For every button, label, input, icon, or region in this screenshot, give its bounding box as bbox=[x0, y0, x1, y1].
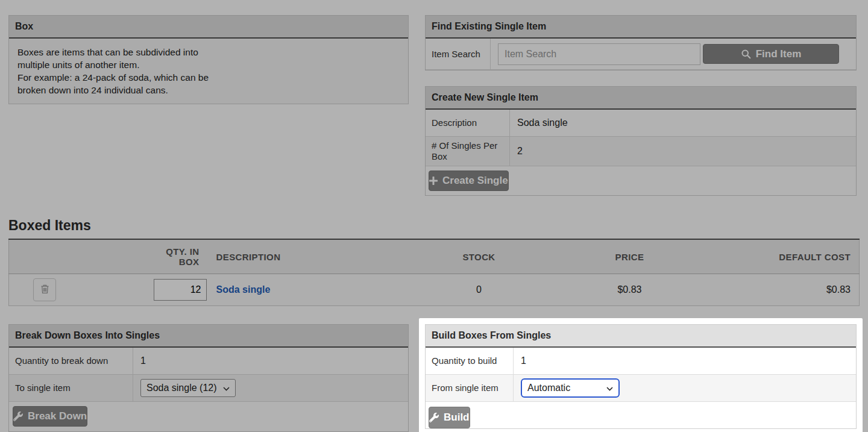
default-cost-column-header: DEFAULT COST bbox=[690, 239, 860, 274]
box-description-line: broken down into 24 individual cans. bbox=[17, 84, 400, 96]
quantity-to-build-field[interactable]: 1 bbox=[514, 348, 856, 374]
single-item-column: Find Existing Single Item Item Search Fi… bbox=[425, 15, 857, 196]
box-description-line: multiple units of another item. bbox=[17, 58, 400, 71]
build-button[interactable]: Build bbox=[429, 407, 470, 428]
find-existing-single-item-panel: Find Existing Single Item Item Search Fi… bbox=[425, 15, 857, 70]
box-description-line: Boxes are items that can be subdivided i… bbox=[17, 46, 400, 58]
break-down-button-label: Break Down bbox=[28, 410, 87, 422]
stock-column-header: STOCK bbox=[389, 239, 570, 274]
box-panel-title: Box bbox=[9, 16, 408, 39]
quantity-to-break-down-row: Quantity to break down 1 bbox=[9, 348, 408, 375]
quantity-to-break-down-field[interactable]: 1 bbox=[133, 348, 408, 374]
chevron-down-icon bbox=[223, 383, 230, 393]
from-single-item-row: From single item Automatic bbox=[426, 375, 856, 402]
to-single-item-label: To single item bbox=[9, 375, 133, 401]
delete-boxed-item-button[interactable] bbox=[33, 278, 56, 301]
break-down-panel-title: Break Down Boxes Into Singles bbox=[9, 325, 408, 348]
default-cost-cell: $0.83 bbox=[690, 274, 860, 306]
to-single-item-row: To single item Soda single (12) bbox=[9, 375, 408, 402]
description-field[interactable]: Soda single bbox=[510, 110, 856, 136]
item-description-link[interactable]: Soda single bbox=[216, 284, 271, 295]
box-description-line: For example: a 24-pack of soda, which ca… bbox=[17, 71, 400, 84]
break-down-panel: Break Down Boxes Into Singles Quantity t… bbox=[8, 324, 409, 432]
chevron-down-icon bbox=[606, 383, 613, 393]
create-panel-title: Create New Single Item bbox=[426, 87, 856, 110]
inventory-box-page: Box Boxes are items that can be subdivid… bbox=[0, 0, 868, 432]
boxed-items-title: Boxed Items bbox=[8, 218, 860, 234]
quantity-to-build-row: Quantity to build 1 bbox=[426, 348, 856, 375]
from-single-item-label: From single item bbox=[426, 375, 514, 401]
tutorial-highlight: Build Boxes From Singles Quantity to bui… bbox=[419, 318, 863, 432]
build-button-label: Build bbox=[444, 412, 470, 424]
item-search-row: Item Search Find Item bbox=[426, 39, 856, 70]
search-icon bbox=[741, 49, 751, 59]
from-single-item-select-value: Automatic bbox=[527, 383, 570, 393]
create-single-button[interactable]: Create Single bbox=[429, 171, 509, 191]
create-new-single-item-panel: Create New Single Item Description Soda … bbox=[425, 86, 857, 196]
find-item-button-label: Find Item bbox=[756, 48, 802, 60]
item-search-label: Item Search bbox=[426, 39, 491, 69]
description-column-header: DESCRIPTION bbox=[208, 239, 389, 274]
stock-cell: 0 bbox=[389, 274, 570, 306]
find-item-button[interactable]: Find Item bbox=[703, 44, 839, 64]
plus-icon bbox=[429, 177, 438, 185]
item-search-input[interactable] bbox=[498, 43, 700, 65]
description-label: Description bbox=[426, 110, 510, 136]
to-single-item-select[interactable]: Soda single (12) bbox=[140, 379, 236, 397]
price-column-header: PRICE bbox=[570, 239, 690, 274]
box-description: Boxes are items that can be subdivided i… bbox=[9, 39, 408, 104]
break-down-button[interactable]: Break Down bbox=[13, 406, 87, 427]
quantity-to-build-label: Quantity to build bbox=[426, 348, 514, 374]
table-row: Soda single 0 $0.83 $0.83 bbox=[9, 274, 860, 306]
qty-in-box-input[interactable] bbox=[154, 279, 207, 301]
qty-in-box-column-header: QTY. IN BOX bbox=[145, 239, 208, 274]
actions-column-header bbox=[9, 239, 145, 274]
wrench-icon bbox=[429, 413, 439, 422]
from-single-item-select[interactable]: Automatic bbox=[521, 378, 620, 398]
box-info-panel: Box Boxes are items that can be subdivid… bbox=[8, 15, 409, 104]
boxed-items-header-row: QTY. IN BOX DESCRIPTION STOCK PRICE DEFA… bbox=[9, 239, 860, 274]
build-panel-title: Build Boxes From Singles bbox=[426, 325, 856, 348]
find-panel-title: Find Existing Single Item bbox=[426, 16, 856, 39]
wrench-icon bbox=[13, 412, 23, 421]
create-single-button-label: Create Single bbox=[442, 175, 508, 187]
singles-per-box-row: # Of Singles Per Box 2 bbox=[426, 137, 856, 166]
singles-per-box-label: # Of Singles Per Box bbox=[426, 137, 510, 166]
description-row: Description Soda single bbox=[426, 110, 856, 137]
price-cell: $0.83 bbox=[570, 274, 690, 306]
singles-per-box-field[interactable]: 2 bbox=[510, 137, 856, 166]
boxed-items-table: QTY. IN BOX DESCRIPTION STOCK PRICE DEFA… bbox=[8, 239, 860, 306]
build-boxes-panel: Build Boxes From Singles Quantity to bui… bbox=[425, 324, 857, 429]
to-single-item-select-value: Soda single (12) bbox=[146, 383, 217, 393]
quantity-to-break-down-label: Quantity to break down bbox=[9, 348, 133, 374]
trash-icon bbox=[40, 284, 49, 296]
